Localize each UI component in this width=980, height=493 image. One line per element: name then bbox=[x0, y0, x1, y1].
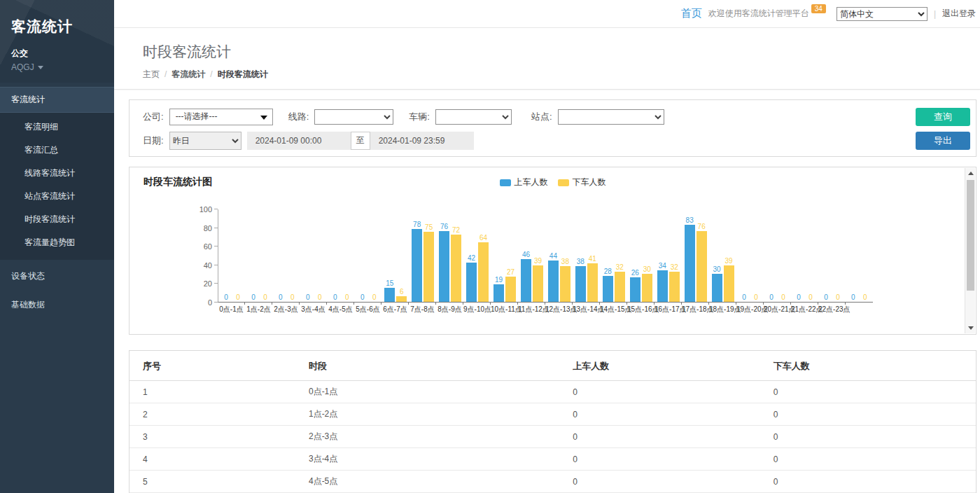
bar-value-label: 15 bbox=[386, 279, 393, 288]
legend-item[interactable]: 上车人数 bbox=[500, 176, 548, 188]
date-start-input[interactable] bbox=[247, 132, 351, 150]
breadcrumb-item[interactable]: 主页 bbox=[143, 69, 160, 79]
bar bbox=[560, 266, 570, 302]
table-header-row: 序号时段上车人数下车人数 bbox=[130, 351, 976, 381]
scrollbar-thumb[interactable] bbox=[967, 180, 974, 291]
legend-swatch bbox=[500, 179, 511, 186]
bar-value-label: 75 bbox=[425, 223, 433, 232]
bar-group: 00 bbox=[791, 209, 818, 302]
y-axis-tick-label: 0 bbox=[208, 298, 212, 307]
date-end-input[interactable] bbox=[370, 132, 474, 150]
table-cell: 0 bbox=[559, 471, 760, 493]
bar-column: 32 bbox=[615, 209, 625, 302]
query-button[interactable]: 查询 bbox=[916, 108, 970, 126]
breadcrumb-separator: / bbox=[210, 69, 212, 79]
bar bbox=[603, 276, 613, 302]
main-content: 时段客流统计 主页/客流统计/时段客流统计 公司: ---请选择--- 线路: … bbox=[114, 28, 980, 493]
sidebar-subitem-站点客流统计[interactable]: 站点客流统计 bbox=[0, 185, 114, 208]
y-axis-tick bbox=[214, 228, 218, 228]
bar-value-label: 0 bbox=[851, 293, 855, 302]
table-column-header: 时段 bbox=[295, 351, 559, 381]
sidebar-subitem-客流量趋势图[interactable]: 客流量趋势图 bbox=[0, 231, 114, 254]
bar-group: 4264 bbox=[464, 209, 491, 302]
bar-column: 0 bbox=[751, 209, 762, 302]
bar-value-label: 0 bbox=[333, 293, 337, 302]
x-axis-label: 20点-21点 bbox=[764, 303, 791, 314]
company-select[interactable]: ---请选择--- bbox=[169, 109, 273, 125]
org-code-label: AQGJ bbox=[11, 62, 34, 72]
bar-column: 0 bbox=[805, 209, 816, 302]
filter-panel: 公司: ---请选择--- 线路: 车辆: 站点: 日期: bbox=[129, 99, 976, 157]
home-link[interactable]: 首页 bbox=[681, 7, 702, 20]
bar-column: 6 bbox=[396, 209, 407, 302]
arrow-down-icon[interactable] bbox=[965, 323, 976, 333]
sidebar-item-基础数据[interactable]: 基础数据 bbox=[0, 293, 114, 317]
table-cell: 2点-3点 bbox=[295, 426, 559, 448]
notification-badge[interactable]: 34 bbox=[811, 4, 826, 13]
bar-column: 27 bbox=[505, 209, 516, 302]
bar-value-label: 72 bbox=[452, 225, 460, 235]
date-to-label: 至 bbox=[351, 132, 370, 150]
bar-value-label: 41 bbox=[589, 254, 596, 263]
x-axis-label: 17点-18点 bbox=[682, 303, 709, 314]
sidebar-subitem-客流汇总[interactable]: 客流汇总 bbox=[0, 139, 114, 162]
date-label: 日期: bbox=[143, 134, 164, 147]
bar-value-label: 76 bbox=[440, 222, 448, 231]
chart-scrollbar[interactable] bbox=[965, 168, 975, 333]
bar-group: 00 bbox=[764, 209, 791, 302]
export-button[interactable]: 导出 bbox=[916, 132, 970, 150]
date-preset-select[interactable]: 昨日 bbox=[169, 132, 241, 150]
x-axis-label: 18点-19点 bbox=[709, 303, 736, 314]
y-axis-tick-label: 60 bbox=[204, 242, 212, 251]
bar-value-label: 28 bbox=[604, 267, 612, 276]
x-axis-label: 2点-3点 bbox=[272, 303, 300, 314]
bar bbox=[533, 265, 543, 302]
sidebar-item-设备状态[interactable]: 设备状态 bbox=[0, 264, 114, 289]
sidebar-subitem-线路客流统计[interactable]: 线路客流统计 bbox=[0, 162, 114, 185]
arrow-up-icon[interactable] bbox=[965, 168, 976, 179]
bar-column: 42 bbox=[466, 209, 477, 302]
bar-value-label: 44 bbox=[550, 251, 557, 261]
bar-value-label: 0 bbox=[797, 293, 801, 302]
filter-row-1: 公司: ---请选择--- 线路: 车辆: 站点: bbox=[143, 107, 970, 126]
legend-item[interactable]: 下车人数 bbox=[558, 176, 606, 188]
x-axis-label: 4点-5点 bbox=[327, 303, 354, 314]
bar-column: 0 bbox=[248, 209, 258, 302]
table-cell: 4点-5点 bbox=[295, 471, 559, 493]
breadcrumb-item[interactable]: 客流统计 bbox=[172, 69, 205, 79]
sidebar-item-客流统计[interactable]: 客流统计 bbox=[0, 87, 114, 113]
breadcrumb-separator: / bbox=[164, 69, 167, 79]
caret-down-icon bbox=[38, 66, 43, 69]
bar-value-label: 0 bbox=[251, 293, 255, 302]
bar bbox=[615, 272, 625, 302]
bar-column: 34 bbox=[657, 209, 668, 302]
bar-column: 0 bbox=[287, 209, 298, 302]
bar bbox=[685, 225, 695, 302]
station-select[interactable] bbox=[558, 109, 664, 125]
bar-column: 0 bbox=[832, 209, 843, 302]
bar-group: 7672 bbox=[437, 209, 464, 302]
bar-value-label: 0 bbox=[808, 293, 813, 302]
sidebar-subitem-时段客流统计[interactable]: 时段客流统计 bbox=[0, 208, 114, 231]
line-select[interactable] bbox=[314, 109, 393, 125]
bar-group: 00 bbox=[736, 209, 764, 302]
logout-link[interactable]: 退出登录 bbox=[942, 8, 976, 20]
org-code-dropdown[interactable]: AQGJ bbox=[11, 62, 114, 72]
y-axis-tick bbox=[214, 209, 218, 209]
sidebar-subitem-客流明细[interactable]: 客流明细 bbox=[0, 116, 114, 139]
sidebar-section: 基础数据 bbox=[0, 293, 114, 317]
bar-column: 0 bbox=[314, 209, 325, 302]
bar bbox=[575, 266, 586, 302]
vehicle-select[interactable] bbox=[435, 109, 512, 125]
bar-value-label: 0 bbox=[306, 293, 310, 302]
table-cell: 0 bbox=[760, 381, 976, 403]
bar-value-label: 0 bbox=[754, 293, 758, 302]
table-cell: 0 bbox=[559, 426, 760, 448]
bar-column: 0 bbox=[260, 209, 270, 302]
language-select[interactable]: 简体中文 bbox=[836, 7, 927, 21]
bar-column: 0 bbox=[330, 209, 340, 302]
x-axis-label: 6点-7点 bbox=[382, 303, 409, 314]
bar-column: 28 bbox=[603, 209, 613, 302]
bar bbox=[493, 284, 504, 302]
y-axis-tick bbox=[214, 246, 218, 246]
